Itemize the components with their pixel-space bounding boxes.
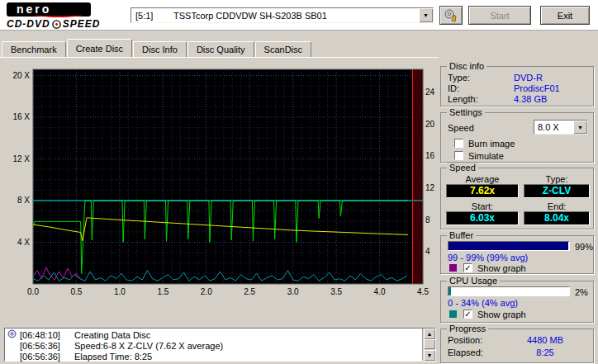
log-message: Elapsed Time: 8:25: [74, 352, 152, 362]
log-entry: [06:48:10] Creating Data Disc: [5, 329, 420, 340]
chevron-down-icon[interactable]: ▼: [573, 121, 587, 134]
svg-text:2.0: 2.0: [201, 287, 212, 296]
disc-length-label: Length:: [448, 94, 478, 104]
log-entry: [06:56:36] Elapsed Time: 8:25: [5, 351, 420, 362]
cpu-percent: 2%: [575, 287, 588, 297]
write-type-value: Z-CLV: [524, 184, 590, 198]
start-button[interactable]: Start: [468, 6, 531, 25]
cpu-show-graph-checkbox[interactable]: ✓: [463, 310, 472, 319]
tab-disc-quality[interactable]: Disc Quality: [187, 41, 254, 57]
burn-image-label: Burn image: [468, 139, 515, 149]
scroll-down-icon[interactable]: ▼: [424, 350, 435, 361]
group-title: Progress: [447, 324, 488, 333]
group-title: CPU Usage: [447, 276, 500, 286]
start-speed-label: Start:: [446, 201, 519, 211]
logo-swoosh: [35, 12, 83, 17]
hand-disc-icon: [444, 9, 458, 22]
svg-text:2.5: 2.5: [244, 287, 255, 296]
tab-benchmark[interactable]: Benchmark: [2, 41, 66, 57]
buffer-range-text: 99 - 99% (99% avg): [448, 253, 528, 262]
disc-id-label: ID:: [448, 83, 459, 93]
log-timestamp: [06:48:10]: [20, 330, 74, 340]
log-panel: [06:48:10] Creating Data Disc [06:56:36]…: [4, 328, 436, 362]
chevron-down-icon[interactable]: ▼: [419, 8, 433, 22]
svg-text:3.0: 3.0: [287, 287, 299, 296]
scrollbar-thumb[interactable]: [424, 339, 435, 349]
group-title: Disc info: [447, 61, 486, 71]
position-label: Position:: [448, 335, 482, 345]
group-title: Speed: [447, 163, 478, 173]
cpu-usage-group: CPU Usage 2% 0 - 34% (4% avg) ✓ Show gra…: [440, 281, 594, 323]
toolbar: nero CD-DVD SPEED [5:1] TSSTcorp CDDVDW …: [0, 0, 598, 31]
simulate-checkbox[interactable]: [454, 151, 463, 160]
simulate-label: Simulate: [468, 151, 504, 161]
speed-chart: 4 X8 X12 X16 X20 X48121620240.00.51.01.5…: [5, 63, 436, 304]
tab-divider: [0, 57, 439, 58]
log-timestamp: [06:56:36]: [20, 352, 74, 362]
elapsed-value: 8:25: [512, 347, 578, 357]
logo-brand: nero: [7, 2, 91, 17]
eject-button[interactable]: [439, 6, 463, 25]
group-title: Settings: [447, 107, 485, 117]
disc-type-label: Type:: [448, 73, 470, 83]
average-label: Average: [446, 174, 519, 184]
svg-text:16: 16: [425, 151, 435, 160]
cpu-bar: [448, 286, 570, 296]
svg-text:1.5: 1.5: [157, 287, 168, 296]
svg-text:24: 24: [425, 87, 435, 97]
log-entries: [06:48:10] Creating Data Disc [06:56:36]…: [5, 329, 420, 362]
exit-button[interactable]: Exit: [540, 6, 590, 25]
device-select[interactable]: [5:1] TSSTcorp CDDVDW SH-S203B SB01 ▼: [131, 7, 434, 23]
log-message: Speed:6-8 X Z-CLV (7.62 X average): [74, 341, 223, 351]
svg-text:12: 12: [425, 183, 435, 192]
svg-text:20: 20: [425, 120, 435, 129]
speed-group: Speed Average Type: 7.62x Z-CLV Start: E…: [440, 168, 594, 229]
cpu-show-graph-label: Show graph: [477, 310, 526, 319]
position-value: 4480 MB: [512, 335, 578, 345]
burn-image-checkbox[interactable]: [454, 139, 463, 148]
end-speed-value: 8.04x: [524, 211, 590, 225]
device-select-index: [5:1]: [135, 11, 173, 21]
log-scrollbar[interactable]: ▲ ▼: [422, 329, 435, 361]
scroll-up-icon[interactable]: ▲: [424, 329, 435, 339]
cpu-range-text: 0 - 34% (4% avg): [448, 298, 518, 308]
buffer-percent: 99%: [575, 242, 593, 252]
type-label: Type:: [524, 174, 590, 184]
svg-text:3.5: 3.5: [330, 287, 342, 296]
disc-type-value: DVD-R: [514, 73, 543, 83]
buffer-show-graph-checkbox[interactable]: ✓: [463, 263, 472, 272]
svg-text:4 X: 4 X: [17, 238, 30, 247]
cpu-bar-fill: [448, 287, 451, 295]
disc-icon: [7, 329, 20, 340]
svg-text:8: 8: [425, 215, 430, 225]
tab-create-disc[interactable]: Create Disc: [67, 39, 132, 57]
start-speed-value: 6.03x: [446, 211, 519, 225]
svg-text:4.0: 4.0: [374, 287, 386, 296]
average-speed-value: 7.62x: [446, 184, 519, 198]
elapsed-label: Elapsed:: [448, 347, 483, 357]
log-entry: [06:56:36] Speed:6-8 X Z-CLV (7.62 X ave…: [5, 340, 420, 351]
tab-scandisc[interactable]: ScanDisc: [255, 41, 311, 57]
log-message: Creating Data Disc: [74, 330, 150, 340]
svg-text:20 X: 20 X: [12, 71, 30, 80]
buffer-legend-swatch: [449, 264, 457, 272]
buffer-show-graph-label: Show graph: [477, 263, 526, 273]
end-speed-label: End:: [524, 201, 590, 211]
disc-length-value: 4.38 GB: [514, 94, 547, 104]
cpu-legend-swatch: [449, 310, 457, 318]
buffer-group: Buffer 99% 99 - 99% (99% avg) ✓ Show gra…: [440, 235, 594, 274]
svg-text:8 X: 8 X: [17, 196, 30, 205]
buffer-bar-fill: [448, 242, 568, 250]
burn-speed-select[interactable]: 8.0 X ▼: [534, 120, 588, 135]
logo-product-name: CD-DVD SPEED: [7, 18, 100, 30]
log-timestamp: [06:56:36]: [20, 341, 74, 351]
svg-text:4: 4: [425, 247, 430, 256]
svg-text:4.5: 4.5: [417, 287, 429, 296]
svg-text:0.5: 0.5: [70, 287, 82, 296]
tab-disc-info[interactable]: Disc Info: [133, 41, 187, 57]
buffer-bar: [448, 241, 570, 251]
tab-bar: Benchmark Create Disc Disc Info Disc Qua…: [2, 39, 312, 57]
settings-group: Settings Speed 8.0 X ▼ Burn image Simula…: [440, 112, 594, 163]
svg-text:16 X: 16 X: [12, 112, 30, 121]
svg-text:12 X: 12 X: [12, 154, 30, 163]
